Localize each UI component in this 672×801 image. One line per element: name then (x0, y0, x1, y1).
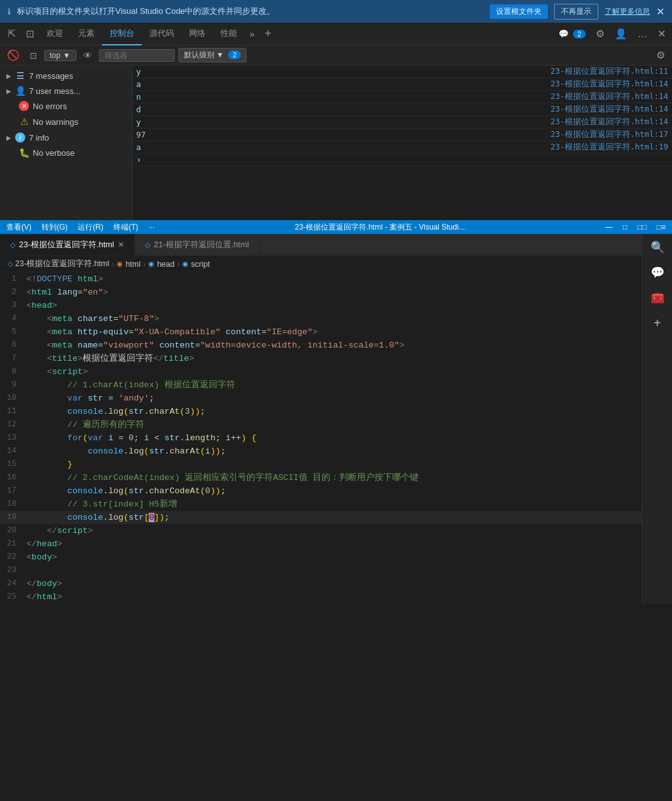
devices-icon[interactable]: ⊡ (21, 28, 39, 40)
learn-more-link[interactable]: 了解更多信息 (605, 6, 650, 17)
line-content[interactable]: </body> (26, 577, 642, 590)
console-settings-button[interactable]: ⚙ (653, 47, 668, 63)
filter-toggle-button[interactable]: ⊡ (26, 49, 40, 62)
line-number: 25 (0, 590, 26, 604)
line-number: 10 (0, 392, 26, 405)
win-menu[interactable]: □≡ (657, 223, 666, 231)
log-level-selector[interactable]: 默认级别 ▼ 2 (178, 48, 247, 62)
console-expand-row[interactable]: › (132, 154, 672, 167)
sidebar-item-user-messages[interactable]: ▶ 👤 7 user mess... (0, 83, 132, 98)
line-content[interactable]: <body> (26, 551, 642, 564)
sidebar-item-warnings[interactable]: ⚠ No warnings (0, 114, 132, 130)
file-link[interactable]: 23-根据位置返回字符.html:19 (550, 142, 668, 153)
add-tab-icon[interactable]: + (260, 27, 277, 40)
file-link[interactable]: 23-根据位置返回字符.html:17 (550, 129, 668, 140)
console-value: d (136, 104, 550, 115)
console-value: a (136, 142, 550, 153)
menu-terminal[interactable]: 终端(T) (113, 222, 138, 233)
file-link[interactable]: 23-根据位置返回字符.html:11 (550, 66, 668, 77)
add-sidebar-icon[interactable]: + (654, 316, 661, 330)
breadcrumb-head[interactable]: head (157, 260, 175, 269)
menu-more[interactable]: ··· (148, 223, 154, 231)
tab-console[interactable]: 控制台 (102, 23, 142, 45)
line-content[interactable]: <meta charset="UTF-8"> (26, 312, 642, 325)
line-content[interactable]: // 1.charAt(index) 根据位置返回字符 (26, 378, 642, 392)
menu-run[interactable]: 运行(R) (78, 222, 103, 233)
settings-button[interactable]: ⚙ (592, 25, 608, 42)
line-content[interactable]: console.log(str.charAt(i)); (26, 445, 642, 458)
expand-icon[interactable]: › (136, 155, 144, 165)
search-sidebar-icon[interactable]: 🔍 (651, 240, 664, 254)
line-number: 14 (0, 445, 26, 458)
clear-console-button[interactable]: 🚫 (4, 47, 23, 63)
line-content[interactable]: <title>根据位置返回字符</title> (26, 352, 642, 365)
sidebar-item-errors[interactable]: ✕ No errors (0, 98, 132, 114)
line-content[interactable]: console.log(str[0]); (26, 511, 642, 524)
line-content[interactable]: <!DOCTYPE html> (26, 272, 642, 286)
tools-sidebar-icon[interactable]: 🧰 (651, 291, 664, 305)
line-number: 13 (0, 431, 26, 445)
tab-network[interactable]: 网络 (182, 23, 213, 45)
profile-button[interactable]: 👤 (611, 25, 631, 42)
tab-performance[interactable]: 性能 (213, 23, 245, 45)
dock-icon[interactable]: ⇱ (3, 28, 21, 40)
tab-21[interactable]: ◇ 21-根据字符返回位置.html (135, 234, 260, 256)
line-content[interactable]: </head> (26, 537, 642, 551)
line-content[interactable]: <head> (26, 299, 642, 312)
tab-close-icon[interactable]: ✕ (118, 240, 124, 249)
breadcrumb-script[interactable]: script (191, 260, 210, 269)
line-content[interactable]: <meta http-equiv="X-UA-Compatible" conte… (26, 325, 642, 339)
code-line-2: 2 <html lang="en"> (0, 286, 642, 299)
breadcrumb-file[interactable]: 23-根据位置返回字符.html (15, 259, 109, 269)
line-content[interactable]: for(var i = 0; i < str.length; i++) { (26, 431, 642, 445)
line-content[interactable]: var str = 'andy'; (26, 392, 642, 405)
breadcrumb-html[interactable]: html (125, 260, 141, 269)
sidebar-item-verbose[interactable]: 🐛 No verbose (0, 145, 132, 160)
vscode-status-bar: 查看(V) 转到(G) 运行(R) 终端(T) ··· 23-根据位置返回字符.… (0, 220, 672, 234)
chat-button[interactable]: 💬 2 (555, 26, 589, 41)
line-content[interactable]: console.log(str.charCodeAt(0)); (26, 484, 642, 498)
line-number: 24 (0, 577, 26, 590)
breadcrumb-file-icon: ◇ (8, 260, 13, 268)
line-content[interactable]: } (26, 458, 642, 471)
dont-show-button[interactable]: 不再显示 (554, 4, 598, 20)
tab-welcome[interactable]: 欢迎 (39, 23, 71, 45)
file-link[interactable]: 23-根据位置返回字符.html:14 (550, 117, 668, 127)
code-line-18: 18 // 3.str[index] H5新增 (0, 498, 642, 511)
line-content[interactable]: // 遍历所有的字符 (26, 418, 642, 431)
tab-label: 23-根据位置返回字符.html (19, 239, 114, 250)
line-content[interactable]: // 2.charCodeAt(index) 返回相应索引号的字符ASCII值 … (26, 471, 642, 484)
menu-view[interactable]: 查看(V) (6, 222, 32, 233)
chat-sidebar-icon[interactable]: 💬 (651, 266, 664, 279)
console-filter-input[interactable] (99, 49, 175, 62)
file-link[interactable]: 23-根据位置返回字符.html:14 (550, 104, 668, 115)
notif-close-button[interactable]: ✕ (656, 6, 664, 18)
tab-23[interactable]: ◇ 23-根据位置返回字符.html ✕ (0, 234, 135, 256)
error-icon: ✕ (19, 101, 29, 111)
menu-goto[interactable]: 转到(G) (42, 222, 67, 233)
tab-elements[interactable]: 元素 (71, 23, 102, 45)
more-options-button[interactable]: … (634, 26, 651, 42)
console-row: d 23-根据位置返回字符.html:14 (132, 103, 672, 116)
line-content[interactable]: </script> (26, 524, 642, 537)
line-content[interactable]: console.log(str.charAt(3)); (26, 405, 642, 418)
line-content[interactable]: <script> (26, 365, 642, 378)
line-content[interactable]: <meta name="viewport" content="width=dev… (26, 339, 642, 352)
line-content[interactable]: <html lang="en"> (26, 286, 642, 299)
tab-source[interactable]: 源代码 (142, 23, 182, 45)
set-root-button[interactable]: 设置根文件夹 (490, 4, 548, 19)
win-restore[interactable]: □ (623, 223, 627, 231)
top-context-selector[interactable]: top ▼ (44, 50, 76, 61)
more-tabs-icon[interactable]: » (245, 29, 260, 39)
line-number: 15 (0, 458, 26, 471)
line-content[interactable]: // 3.str[index] H5新增 (26, 498, 642, 511)
file-link[interactable]: 23-根据位置返回字符.html:14 (550, 91, 668, 102)
sidebar-item-messages[interactable]: ▶ ☰ 7 messages (0, 68, 132, 83)
sidebar-item-info[interactable]: ▶ i 7 info (0, 130, 132, 145)
eye-filter-button[interactable]: 👁 (80, 49, 95, 62)
line-content[interactable]: </html> (26, 590, 642, 604)
close-devtools-button[interactable]: ✕ (654, 25, 669, 42)
win-minimize[interactable]: — (605, 223, 613, 231)
win-maximize2[interactable]: □□ (637, 223, 647, 231)
file-link[interactable]: 23-根据位置返回字符.html:14 (550, 79, 668, 90)
